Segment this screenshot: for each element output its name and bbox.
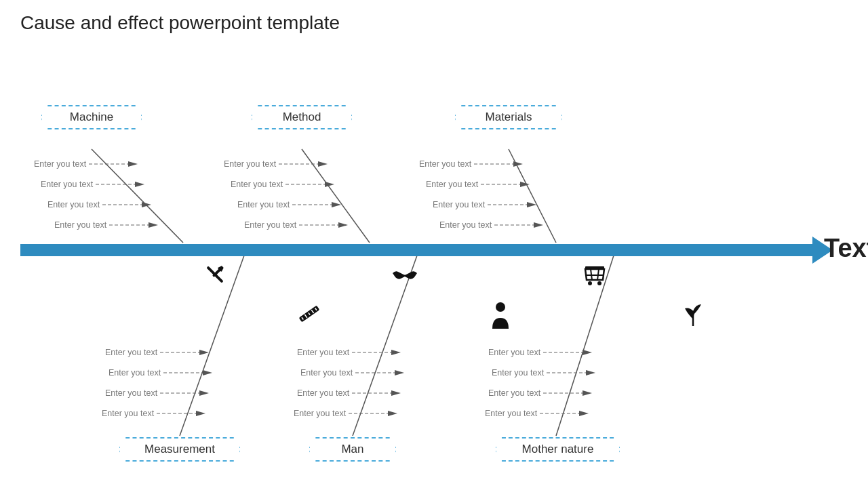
svg-point-13 (588, 281, 592, 285)
svg-marker-62 (388, 411, 397, 416)
svg-marker-46 (534, 222, 543, 228)
svg-marker-44 (527, 202, 536, 207)
svg-marker-42 (520, 182, 530, 187)
materials-entry-2: Enter you text (426, 180, 530, 189)
materials-icon (580, 260, 610, 296)
method-entry-1: Enter you text (224, 159, 328, 169)
svg-marker-38 (338, 222, 348, 228)
materials-entry-3: Enter you text (433, 200, 536, 209)
page-title: Cause and effect powerpoint template (0, 0, 868, 34)
svg-marker-50 (203, 370, 212, 375)
svg-marker-60 (391, 390, 401, 396)
svg-marker-24 (128, 161, 138, 167)
svg-marker-28 (142, 202, 151, 207)
svg-marker-52 (199, 390, 209, 396)
svg-marker-34 (325, 182, 334, 187)
mother-entry-2: Enter you text (492, 368, 595, 378)
man-icon (486, 299, 515, 335)
measurement-entry-3: Enter you text (105, 388, 209, 398)
mother-entry-4: Enter you text (485, 409, 589, 418)
measurement-icon (294, 299, 324, 335)
svg-marker-70 (579, 411, 589, 416)
man-entry-3: Enter you text (297, 388, 401, 398)
materials-entry-4: Enter you text (439, 220, 543, 230)
measurement-entry-2: Enter you text (108, 368, 212, 378)
spine (20, 244, 814, 256)
method-entry-2: Enter you text (231, 180, 334, 189)
man-entry-1: Enter you text (297, 348, 401, 357)
man-entry-2: Enter you text (300, 368, 404, 378)
svg-marker-66 (586, 370, 595, 375)
machine-icon (200, 260, 230, 296)
measurement-entry-4: Enter you text (102, 409, 205, 418)
method-entry-3: Enter you text (237, 200, 341, 209)
svg-marker-64 (583, 350, 592, 355)
machine-entry-1: Enter you text (34, 159, 138, 169)
category-materials: Materials (454, 105, 563, 129)
category-mother: Mother nature (495, 437, 620, 462)
svg-marker-36 (332, 202, 341, 207)
mother-entry-3: Enter you text (488, 388, 592, 398)
svg-marker-40 (513, 161, 523, 167)
machine-entry-3: Enter you text (47, 200, 151, 209)
category-man: Man (309, 437, 397, 462)
machine-entry-2: Enter you text (41, 180, 144, 189)
method-icon (390, 260, 420, 296)
svg-point-14 (597, 281, 601, 285)
category-method: Method (251, 105, 353, 129)
method-entry-4: Enter you text (244, 220, 348, 230)
category-measurement: Measurement (119, 437, 241, 462)
man-entry-4: Enter you text (294, 409, 397, 418)
svg-marker-54 (196, 411, 205, 416)
svg-point-21 (496, 302, 505, 312)
svg-marker-32 (318, 161, 328, 167)
svg-marker-58 (395, 370, 404, 375)
materials-entry-1: Enter you text (419, 159, 523, 169)
category-machine: Machine (41, 105, 142, 129)
svg-marker-68 (583, 390, 592, 396)
svg-marker-56 (391, 350, 401, 355)
diagram-area: Text Machine Method Materials Measuremen… (0, 44, 868, 488)
text-label: Text (824, 234, 868, 263)
svg-marker-48 (199, 350, 209, 355)
mother-entry-1: Enter you text (488, 348, 592, 357)
machine-entry-4: Enter you text (54, 220, 158, 230)
measurement-entry-1: Enter you text (105, 348, 209, 357)
svg-marker-30 (149, 222, 158, 228)
mother-icon (678, 299, 708, 335)
svg-marker-26 (135, 182, 144, 187)
